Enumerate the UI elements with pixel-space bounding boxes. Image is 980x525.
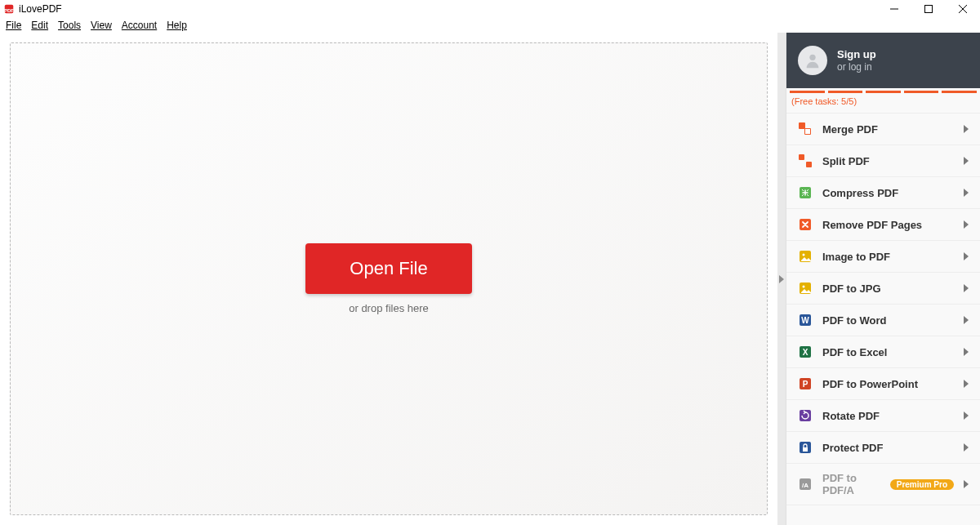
tool-protect[interactable]: Protect PDF xyxy=(786,432,980,464)
chevron-right-icon xyxy=(964,378,969,390)
ppt-icon: P xyxy=(798,376,813,391)
pdfa-icon: /A xyxy=(798,477,813,492)
chevron-right-icon xyxy=(964,219,969,231)
avatar-icon xyxy=(798,46,827,75)
tool-label: Rotate PDF xyxy=(822,410,954,422)
window-close-button[interactable] xyxy=(946,0,980,18)
img-icon xyxy=(798,281,813,296)
tool-rotate[interactable]: Rotate PDF xyxy=(786,400,980,432)
word-icon: W xyxy=(798,313,813,327)
window-maximize-button[interactable] xyxy=(911,0,946,18)
svg-marker-33 xyxy=(964,380,969,388)
tool-pdf2excel[interactable]: XPDF to Excel xyxy=(786,336,980,368)
chevron-right-icon xyxy=(964,283,969,295)
tool-split[interactable]: Split PDF xyxy=(786,145,980,177)
tool-compress[interactable]: Compress PDF xyxy=(786,177,980,209)
signup-link[interactable]: Sign up xyxy=(837,48,876,61)
premium-badge: Premium Pro xyxy=(890,479,954,490)
open-file-button[interactable]: Open File xyxy=(305,243,471,294)
svg-marker-6 xyxy=(779,275,784,283)
tool-list: Merge PDFSplit PDFCompress PDFRemove PDF… xyxy=(786,113,980,525)
quota-text: (Free tasks: 5/5) xyxy=(786,93,980,113)
svg-point-23 xyxy=(803,286,805,288)
svg-text:/A: /A xyxy=(802,482,808,489)
tool-label: Image to PDF xyxy=(822,251,954,263)
svg-marker-18 xyxy=(964,220,969,229)
img-icon xyxy=(798,249,813,264)
merge-icon xyxy=(798,122,813,136)
app-icon: PDF xyxy=(3,3,15,15)
account-panel[interactable]: Sign up or log in xyxy=(786,33,980,88)
svg-text:X: X xyxy=(803,348,808,357)
menu-account[interactable]: Account xyxy=(118,20,161,31)
drop-area[interactable]: Open File or drop files here xyxy=(10,42,768,515)
svg-marker-16 xyxy=(964,189,969,197)
menu-help[interactable]: Help xyxy=(163,20,191,31)
svg-rect-12 xyxy=(799,154,804,160)
tool-pdf2ppt[interactable]: PPDF to PowerPoint xyxy=(786,368,980,400)
svg-marker-21 xyxy=(964,252,969,260)
tool-label: PDF to Word xyxy=(822,314,954,327)
svg-rect-8 xyxy=(799,122,805,129)
tool-label: Remove PDF Pages xyxy=(822,219,954,231)
svg-marker-41 xyxy=(964,480,969,488)
svg-text:P: P xyxy=(803,380,808,389)
tool-label: Split PDF xyxy=(822,155,954,167)
rotate-icon xyxy=(798,408,813,423)
tool-remove[interactable]: Remove PDF Pages xyxy=(786,209,980,241)
svg-rect-10 xyxy=(805,129,810,134)
tool-label: Merge PDF xyxy=(822,123,954,136)
sidebar-collapse-handle[interactable] xyxy=(777,33,786,525)
sidebar: Sign up or log in (Free tasks: 5/5) Merg… xyxy=(786,33,980,525)
svg-marker-27 xyxy=(964,316,969,324)
tool-label: Compress PDF xyxy=(822,187,954,199)
svg-marker-11 xyxy=(964,125,969,133)
lock-icon xyxy=(798,440,813,455)
excel-icon: X xyxy=(798,345,813,359)
svg-text:PDF: PDF xyxy=(4,7,14,13)
tool-pdf2word[interactable]: WPDF to Word xyxy=(786,305,980,336)
tool-merge[interactable]: Merge PDF xyxy=(786,113,980,145)
menu-edit[interactable]: Edit xyxy=(27,20,52,31)
chevron-right-icon xyxy=(964,478,969,491)
chevron-right-icon xyxy=(964,187,969,199)
tool-pdf2jpg[interactable]: PDF to JPG xyxy=(786,273,980,305)
menu-file[interactable]: File xyxy=(2,20,25,31)
remove-icon xyxy=(798,217,813,232)
drop-caption: or drop files here xyxy=(349,302,429,314)
menu-tools[interactable]: Tools xyxy=(54,20,85,31)
tool-pdfa[interactable]: /APDF to PDF/APremium Pro xyxy=(786,464,980,505)
svg-point-20 xyxy=(803,254,805,256)
svg-point-7 xyxy=(809,55,815,60)
svg-marker-35 xyxy=(964,412,969,420)
chevron-right-icon xyxy=(964,314,969,327)
tool-img2pdf[interactable]: Image to PDF xyxy=(786,241,980,273)
tool-label: PDF to PowerPoint xyxy=(822,378,954,390)
tool-label: PDF to JPG xyxy=(822,283,954,295)
svg-marker-30 xyxy=(964,348,969,356)
app-title: iLovePDF xyxy=(19,3,62,15)
tool-label: PDF to PDF/A xyxy=(822,472,880,496)
compress-icon xyxy=(798,185,813,200)
svg-rect-3 xyxy=(925,6,933,13)
chevron-right-icon xyxy=(964,410,969,422)
chevron-right-icon xyxy=(964,251,969,263)
svg-marker-38 xyxy=(964,443,969,452)
chevron-right-icon xyxy=(964,346,969,358)
svg-marker-14 xyxy=(964,157,969,165)
chevron-right-icon xyxy=(964,123,969,136)
split-icon xyxy=(798,153,813,168)
svg-rect-37 xyxy=(803,447,808,452)
svg-text:W: W xyxy=(801,316,809,325)
chevron-right-icon xyxy=(964,442,969,454)
chevron-right-icon xyxy=(964,155,969,167)
tool-label: PDF to Excel xyxy=(822,346,954,358)
tool-label: Protect PDF xyxy=(822,442,954,454)
menu-view[interactable]: View xyxy=(87,20,116,31)
window-titlebar: PDF iLovePDF xyxy=(0,0,980,18)
svg-rect-13 xyxy=(806,162,812,167)
login-link[interactable]: or log in xyxy=(837,61,876,73)
svg-marker-24 xyxy=(964,284,969,292)
menubar: File Edit Tools View Account Help xyxy=(0,18,980,33)
window-minimize-button[interactable] xyxy=(877,0,911,18)
